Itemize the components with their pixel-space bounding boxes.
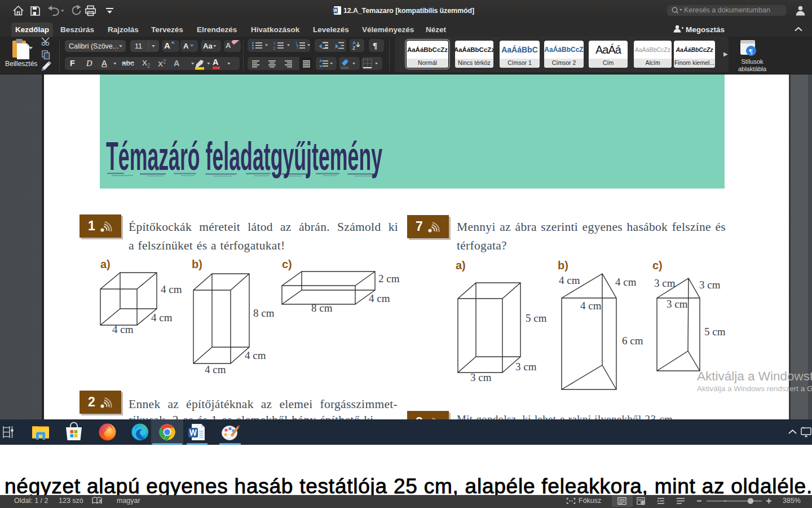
svg-text:i: i <box>297 46 298 50</box>
svg-text:¶: ¶ <box>749 47 753 55</box>
svg-text:2: 2 <box>273 46 276 50</box>
svg-text:¶: ¶ <box>373 41 377 50</box>
svg-text:Z: Z <box>352 45 355 51</box>
svg-text:A: A <box>213 58 219 67</box>
svg-text:1: 1 <box>273 41 276 45</box>
